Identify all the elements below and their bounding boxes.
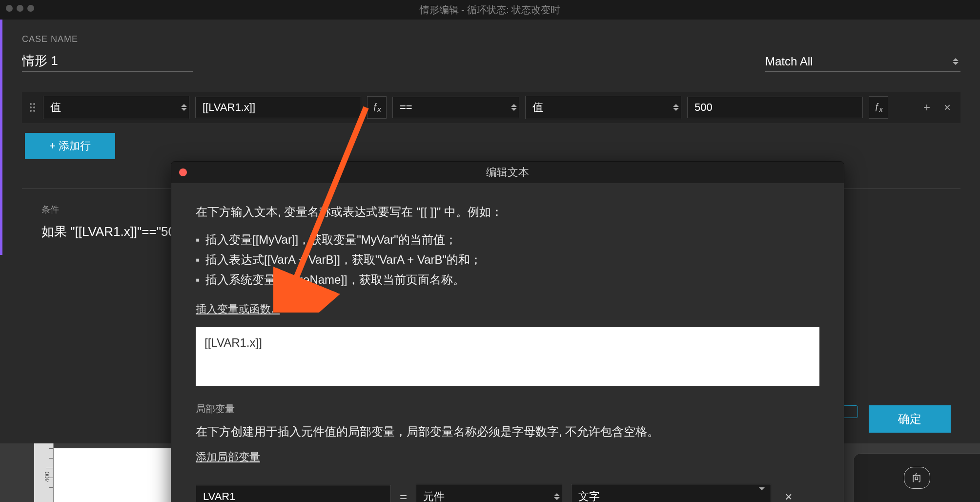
- chevrons-icon: [181, 104, 187, 111]
- partial-button[interactable]: 向: [904, 467, 930, 489]
- local-var-row: = 元件 文字 ×: [196, 484, 819, 502]
- window-titlebar: 情形编辑 - 循环状态: 状态改变时: [0, 0, 980, 20]
- local-var-type-select[interactable]: 元件: [416, 484, 562, 502]
- operator-select[interactable]: ==: [392, 97, 519, 118]
- chevrons-icon: [511, 104, 517, 111]
- fx-button-right[interactable]: ƒx: [869, 96, 888, 119]
- bullet-item: 插入表达式[[VarA + VarB]]，获取"VarA + VarB"的和；: [196, 250, 819, 270]
- local-var-label: 局部变量: [196, 402, 819, 416]
- condition-row: 值 ƒx == 值 ƒx + ×: [22, 92, 960, 123]
- local-var-prop-select[interactable]: 文字: [571, 484, 771, 502]
- bottom-right-panel: 向: [853, 453, 980, 502]
- modal-description: 在下方输入文本, 变量名称或表达式要写在 "[[ ]]" 中。例如：: [196, 203, 819, 221]
- case-name-input[interactable]: [22, 50, 193, 72]
- ok-button[interactable]: 确定: [869, 405, 951, 433]
- case-name-label: CASE NAME: [22, 34, 960, 44]
- match-mode-select[interactable]: Match All: [765, 52, 960, 72]
- remove-local-var-icon[interactable]: ×: [780, 489, 797, 502]
- add-local-var-link[interactable]: 添加局部变量: [196, 450, 260, 464]
- add-condition-icon[interactable]: +: [919, 100, 934, 115]
- traffic-max[interactable]: [27, 5, 34, 12]
- modal-title: 编辑文本: [486, 165, 529, 180]
- traffic-min[interactable]: [17, 5, 23, 12]
- fx-button-left[interactable]: ƒx: [367, 96, 387, 119]
- add-row-button[interactable]: + 添加行: [25, 133, 115, 159]
- drag-handle-icon[interactable]: [28, 101, 37, 114]
- chevrons-icon: [673, 104, 679, 111]
- left-type-select[interactable]: 值: [43, 96, 189, 119]
- right-value-input[interactable]: [687, 97, 863, 118]
- local-var-description: 在下方创建用于插入元件值的局部变量，局部变量名称必须是字母数字, 不允许包含空格…: [196, 422, 819, 441]
- chevron-down-icon: [759, 490, 765, 502]
- modal-bullets: 插入变量[[MyVar]]，获取变量"MyVar"的当前值； 插入表达式[[Va…: [196, 230, 819, 290]
- edit-text-modal: 编辑文本 在下方输入文本, 变量名称或表达式要写在 "[[ ]]" 中。例如： …: [171, 161, 844, 502]
- chevrons-icon: [554, 493, 560, 500]
- equals-sign: =: [400, 489, 407, 502]
- bullet-item: 插入变量[[MyVar]]，获取变量"MyVar"的当前值；: [196, 230, 819, 250]
- bullet-item: 插入系统变量[[PageName]]，获取当前页面名称。: [196, 270, 819, 290]
- chevrons-icon: [953, 58, 959, 65]
- left-value-input[interactable]: [195, 97, 361, 118]
- ruler-label: 400: [44, 472, 51, 482]
- modal-titlebar: 编辑文本: [171, 162, 844, 183]
- remove-condition-icon[interactable]: ×: [940, 100, 955, 115]
- traffic-lights: [6, 5, 34, 12]
- right-type-select[interactable]: 值: [525, 96, 681, 119]
- window-title: 情形编辑 - 循环状态: 状态改变时: [420, 3, 561, 17]
- insert-var-link[interactable]: 插入变量或函数...: [196, 302, 280, 316]
- modal-close-icon[interactable]: [179, 168, 187, 176]
- vertical-ruler: 400: [34, 443, 54, 502]
- local-var-name-input[interactable]: [196, 485, 391, 502]
- traffic-close[interactable]: [6, 5, 13, 12]
- expression-textarea[interactable]: [[LVAR1.x]]: [196, 327, 819, 386]
